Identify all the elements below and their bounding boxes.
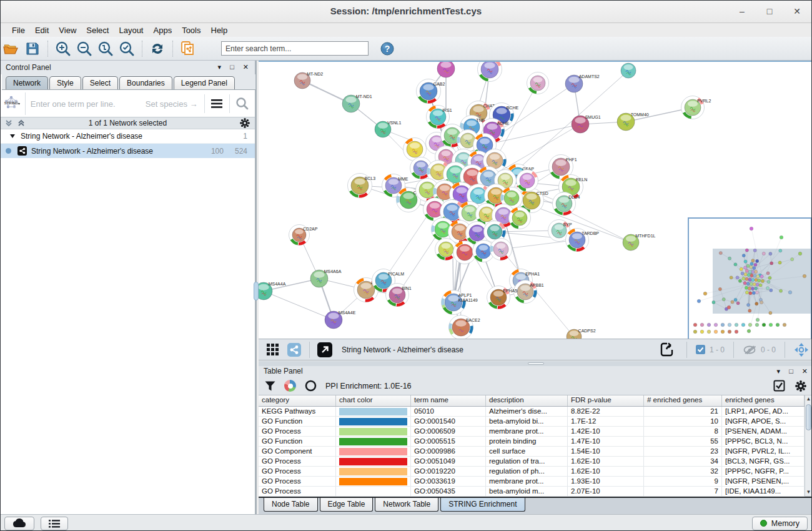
network-view-canvas[interactable]: MT-ND2MT-ND1VSNL1GAB2IRS1CHATBCHEACHETNF… (259, 61, 812, 339)
zoom-out-button[interactable] (74, 39, 94, 58)
minimize-button[interactable]: – (735, 4, 749, 18)
tab-node-table[interactable]: Node Table (264, 498, 318, 512)
tab-legend-panel[interactable]: Legend Panel (174, 76, 235, 89)
string-database-selector[interactable]: STRING (1, 92, 26, 115)
network-collection-row[interactable]: String Network - Alzheimer's disease 1 (1, 129, 255, 144)
memory-status-button[interactable]: Memory (752, 517, 808, 530)
network-node-cadps2[interactable]: CADPS2 (567, 329, 596, 339)
panel-close-icon[interactable]: ✕ (802, 367, 808, 375)
menu-view[interactable]: View (54, 25, 81, 36)
menu-tools[interactable]: Tools (177, 25, 205, 36)
string-query-input[interactable] (26, 99, 146, 109)
network-node-apbb1[interactable]: APBB1 (514, 280, 544, 304)
filter-icon[interactable] (265, 381, 275, 391)
column-header--enriched-genes[interactable]: # enriched genes (644, 395, 722, 406)
expand-all-icon[interactable] (17, 119, 26, 127)
table-row[interactable]: GO ProcessGO:0019220regulation of ph...1… (259, 467, 805, 477)
network-node-epha5[interactable]: EPHA5 (487, 286, 518, 309)
menu-layout[interactable]: Layout (114, 25, 148, 36)
birds-eye-view-panel[interactable] (688, 217, 812, 339)
network-node[interactable] (490, 239, 512, 261)
network-node-mt-nd1[interactable]: MT-ND1 (342, 94, 372, 112)
panel-float-icon[interactable]: □ (230, 62, 234, 71)
column-header-enriched-genes[interactable]: enriched genes (722, 395, 805, 406)
horizontal-splitter[interactable] (259, 361, 812, 366)
network-node[interactable] (478, 62, 502, 82)
network-row-selected[interactable]: String Network - Alzheimer's disease 100… (1, 144, 255, 158)
scroll-down-arrow[interactable]: ▼ (805, 489, 812, 496)
scrollbar-thumb[interactable] (806, 404, 811, 430)
network-node[interactable] (509, 207, 531, 229)
table-row[interactable]: GO ComponentGO:0009986cell surface1.54E-… (259, 447, 805, 457)
open-session-button[interactable] (1, 39, 21, 58)
network-node-mt-nd2[interactable]: MT-ND2 (294, 72, 323, 89)
network-node-aplp1[interactable]: APLP1KIAA1149 (442, 290, 478, 315)
export-network-button[interactable] (657, 340, 677, 359)
tab-boundaries[interactable]: Boundaries (119, 76, 172, 89)
panel-splitter-grip[interactable] (254, 282, 259, 300)
gear-icon[interactable] (795, 380, 806, 392)
zoom-in-button[interactable] (53, 39, 73, 58)
open-in-browser-button[interactable] (315, 340, 335, 359)
selected-nodes-icon[interactable] (696, 345, 705, 354)
network-node-adamts2[interactable]: ADAMTS2 (565, 74, 600, 92)
network-node[interactable] (517, 170, 538, 192)
table-row[interactable]: GO ProcessGO:0050435beta-amyloid m...2.0… (259, 487, 805, 497)
network-node-ms4a4a[interactable]: MS4A4A (259, 282, 286, 300)
task-history-button[interactable] (41, 517, 68, 530)
panel-float-icon[interactable]: □ (789, 367, 793, 375)
network-node-bace2[interactable]: BACE2 (449, 315, 480, 339)
network-from-clipboard-button[interactable] (178, 39, 198, 58)
network-node[interactable] (621, 63, 636, 78)
tab-style[interactable]: Style (49, 76, 81, 89)
navigator-toggle-icon[interactable] (794, 342, 809, 357)
table-row[interactable]: GO FunctionGO:0005515protein binding1.47… (259, 437, 805, 447)
menu-apps[interactable]: Apps (149, 25, 177, 36)
network-node-smug1[interactable]: SMUG1 (572, 115, 601, 133)
chart-settings-button[interactable] (284, 380, 296, 392)
string-view-button[interactable] (284, 340, 304, 359)
column-header-FDR-p-value[interactable]: FDR p-value (568, 395, 644, 406)
scroll-up-arrow[interactable]: ▲ (805, 395, 812, 403)
network-node[interactable] (527, 72, 549, 94)
network-edge[interactable] (264, 291, 334, 320)
network-node-bin1[interactable]: BIN1 (386, 284, 412, 307)
zoom-fit-button[interactable] (96, 39, 116, 58)
table-vertical-scrollbar[interactable]: ▲ ▼ (805, 395, 812, 497)
tab-select[interactable]: Select (82, 76, 118, 89)
search-input[interactable] (221, 41, 369, 56)
panel-menu-icon[interactable]: ▾ (218, 62, 222, 71)
enrichment-table[interactable]: categorychart colorterm namedescriptionF… (259, 395, 805, 497)
collapse-all-icon[interactable] (4, 119, 13, 127)
network-node-tomm40[interactable]: TOMM40 (617, 112, 649, 131)
tab-network[interactable]: Network (6, 76, 48, 89)
tree-expand-icon[interactable] (9, 133, 16, 139)
network-node-tardbp[interactable]: TARDBP (566, 229, 600, 252)
hidden-nodes-icon[interactable] (743, 345, 756, 355)
birds-eye-graph[interactable] (689, 219, 811, 339)
network-node-pvrl2[interactable]: PVRL2 (681, 96, 711, 119)
ring-chart-button[interactable] (305, 380, 317, 392)
string-options-button[interactable] (205, 92, 230, 115)
zoom-selected-button[interactable] (117, 39, 137, 58)
tab-network-table[interactable]: Network Table (375, 498, 438, 512)
maximize-button[interactable]: □ (763, 4, 776, 18)
menu-edit[interactable]: Edit (30, 25, 54, 36)
network-node-ms4a4e[interactable]: MS4A4E (325, 310, 356, 329)
table-row[interactable]: KEGG Pathways05010Alzheimer's dise...8.8… (259, 407, 805, 417)
help-button[interactable]: ? (377, 39, 397, 58)
refresh-button[interactable] (147, 39, 167, 58)
column-header-description[interactable]: description (486, 395, 568, 406)
table-row[interactable]: GO ProcessGO:0033619membrane prot...1.93… (259, 477, 805, 487)
grid-view-button[interactable] (263, 340, 283, 359)
select-rows-icon[interactable] (773, 380, 785, 392)
table-row[interactable]: GO FunctionGO:0001540beta-amyloid bi...1… (259, 417, 805, 427)
network-node-dlg4[interactable]: DLG4 (553, 192, 580, 216)
network-edge[interactable] (501, 249, 574, 337)
table-row[interactable]: GO ProcessGO:0051049regulation of tra...… (259, 457, 805, 467)
panel-close-icon[interactable]: ✕ (243, 62, 249, 71)
save-session-button[interactable] (22, 39, 42, 58)
string-search-button[interactable] (230, 92, 255, 115)
network-node-cd2ap[interactable]: CD2AP (289, 225, 318, 246)
automation-status-button[interactable] (4, 517, 34, 530)
